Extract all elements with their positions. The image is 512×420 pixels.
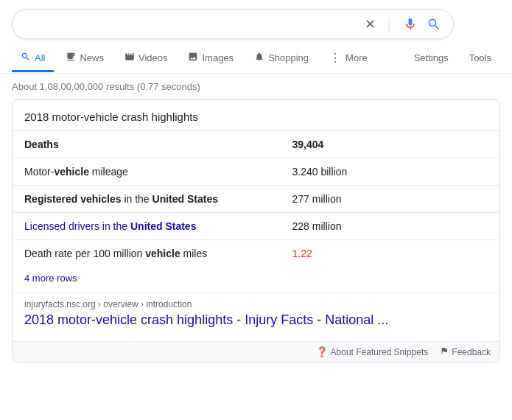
source-breadcrumb: injuryfacts.nsc.org › overview › introdu… (24, 299, 488, 309)
table-row: Motor-vehicle mileage 3.240 billion (13, 158, 499, 186)
row-label: Death rate per 100 million vehicle miles (13, 240, 281, 267)
flag-icon (440, 346, 449, 357)
row-value: 39,404 (281, 131, 499, 158)
search-input-container: how many vehicles involved in accidents … (12, 9, 454, 39)
row-value: 3.240 billion (281, 158, 499, 186)
tab-shopping[interactable]: Shopping (245, 46, 318, 72)
results-count-text: About 1,08,00,00,000 results (0.77 secon… (12, 81, 200, 92)
feedback-button[interactable]: Feedback (440, 346, 491, 357)
tab-more[interactable]: ⋮ More (320, 45, 376, 73)
card-footer: ❓ About Featured Snippets Feedback (13, 341, 499, 362)
video-icon (125, 52, 135, 64)
table-row: Licensed drivers in the United States 22… (13, 213, 499, 240)
search-small-icon (21, 52, 31, 64)
tab-videos[interactable]: Videos (116, 46, 177, 72)
question-icon: ❓ (316, 346, 328, 357)
table-row: Death rate per 100 million vehicle miles… (13, 240, 499, 267)
tab-more-label: More (346, 52, 368, 63)
tab-all-label: All (35, 52, 45, 63)
image-icon (188, 52, 198, 64)
card-title: 2018 motor-vehicle crash highlights (13, 100, 499, 130)
tab-settings-label: Settings (414, 52, 449, 63)
tab-shopping-label: Shopping (268, 52, 309, 63)
row-label: Registered vehicles in the United States (13, 186, 281, 213)
tab-all[interactable]: All (12, 46, 54, 72)
close-icon[interactable]: ✕ (365, 16, 376, 32)
tab-settings[interactable]: Settings (405, 46, 457, 71)
search-input[interactable]: how many vehicles involved in accidents … (24, 18, 365, 30)
mic-icon[interactable] (403, 17, 418, 32)
featured-snippets-info[interactable]: ❓ About Featured Snippets (316, 346, 429, 357)
tab-news[interactable]: News (57, 46, 113, 72)
feedback-label: Feedback (452, 347, 491, 357)
nav-tabs: All News Videos Images Shopp (0, 39, 512, 74)
data-table: Deaths 39,404 Motor-vehicle mileage 3.24… (13, 130, 499, 267)
tab-videos-label: Videos (138, 52, 168, 63)
row-label: Motor-vehicle mileage (13, 158, 281, 186)
source-link[interactable]: 2018 motor-vehicle crash highlights - In… (24, 312, 488, 337)
row-label: Deaths (13, 131, 281, 158)
table-row: Deaths 39,404 (13, 131, 499, 158)
shopping-icon (254, 52, 264, 64)
tab-news-label: News (80, 52, 104, 63)
row-value: 277 million (281, 186, 499, 213)
featured-snippet-card: 2018 motor-vehicle crash highlights Deat… (12, 99, 500, 363)
search-bar-area: how many vehicles involved in accidents … (0, 0, 512, 39)
source-info: injuryfacts.nsc.org › overview › introdu… (13, 293, 499, 341)
row-value: 228 million (281, 213, 499, 240)
search-icons: ✕ | (365, 15, 441, 32)
results-count: About 1,08,00,00,000 results (0.77 secon… (0, 74, 512, 99)
tab-tools-label: Tools (469, 52, 491, 63)
row-label[interactable]: Licensed drivers in the United States (13, 213, 281, 240)
tab-images-label: Images (202, 52, 234, 63)
table-row: Registered vehicles in the United States… (13, 186, 499, 213)
more-dots-icon: ⋮ (329, 51, 342, 65)
more-rows-link[interactable]: 4 more rows (13, 267, 499, 293)
tab-images[interactable]: Images (179, 46, 242, 72)
news-icon (66, 52, 76, 64)
search-icon-button[interactable] (427, 17, 441, 32)
row-value: 1.22 (281, 240, 499, 267)
snippets-label: About Featured Snippets (331, 347, 429, 357)
tab-tools[interactable]: Tools (460, 46, 500, 71)
